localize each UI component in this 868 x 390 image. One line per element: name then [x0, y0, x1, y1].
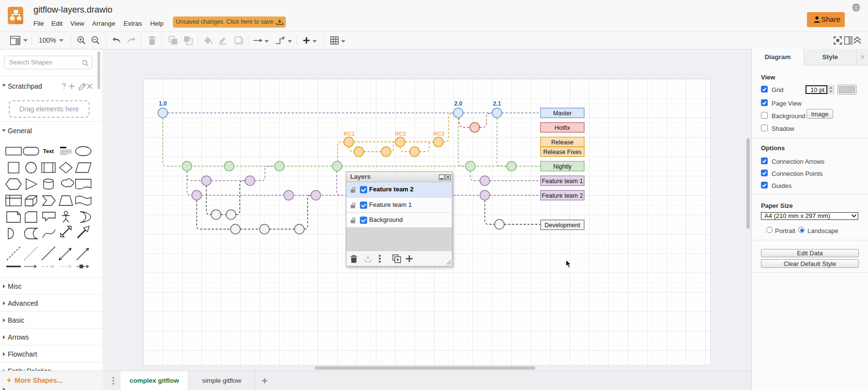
- svg-text:Text: Text: [43, 148, 54, 154]
- svg-text:Development: Development: [544, 222, 580, 229]
- svg-text:Release Fixes: Release Fixes: [543, 149, 581, 156]
- svg-text:RC1: RC1: [343, 131, 355, 137]
- svg-text:RC3: RC3: [433, 131, 444, 137]
- svg-text:Feature team 2: Feature team 2: [542, 192, 583, 199]
- svg-text:2.0: 2.0: [454, 100, 463, 107]
- svg-text:Nightly: Nightly: [553, 163, 572, 170]
- svg-text:2.1: 2.1: [493, 100, 501, 107]
- svg-text:Hotfix: Hotfix: [555, 125, 571, 131]
- svg-text:Master: Master: [553, 110, 572, 117]
- svg-text:RC2: RC2: [395, 131, 406, 137]
- svg-text:1.0: 1.0: [159, 100, 167, 107]
- svg-text:Feature team 1: Feature team 1: [542, 178, 583, 185]
- svg-text:Release: Release: [551, 139, 574, 146]
